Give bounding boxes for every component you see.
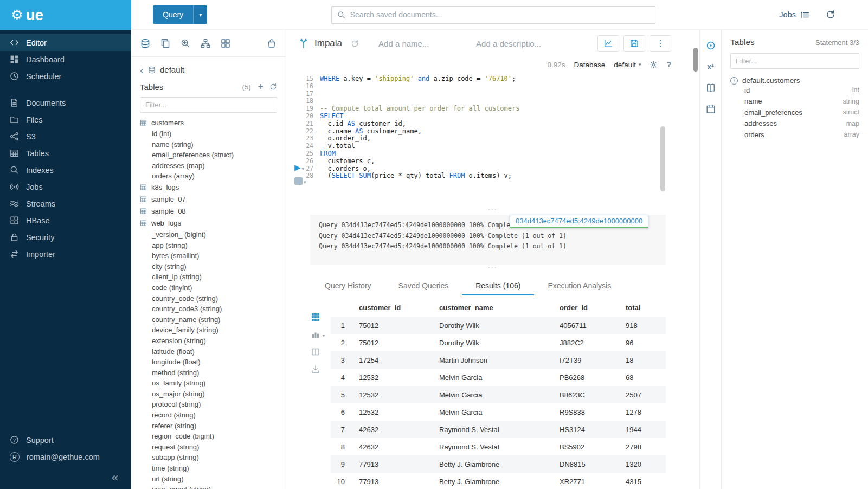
results-row[interactable]: 175012Dorothy Wilk4056711918 [331,317,666,334]
code-line[interactable]: 24 v.total [286,143,699,150]
help-icon[interactable]: ? [666,60,671,69]
tab-execution-analysis[interactable]: Execution Analysis [534,276,625,295]
assist-column[interactable]: name (string) [131,139,286,150]
assist-table[interactable]: k8s_logs [131,182,286,194]
assist-column[interactable]: region_code (bigint) [131,431,286,442]
sidebar-item-tables[interactable]: Tables [0,145,131,162]
code-line[interactable]: 18 [286,98,699,105]
refresh-icon[interactable] [269,83,277,91]
assist-column[interactable]: country_code3 (string) [131,304,286,314]
assist-table[interactable]: sample_08 [131,205,286,217]
documents-tab-icon[interactable] [160,38,170,48]
panel-column[interactable]: idint [730,85,859,96]
search-input[interactable] [350,10,650,19]
assist-column[interactable]: os_family (string) [131,378,286,389]
columns-view-icon[interactable] [311,348,320,356]
assist-column[interactable]: device_family (string) [131,325,286,336]
assist-filter-input[interactable] [140,97,277,113]
assist-column[interactable]: city (string) [131,261,286,272]
sidebar-item-indexes[interactable]: Indexes [0,162,131,178]
database-breadcrumb[interactable]: default [160,65,184,74]
editor-scrollbar[interactable] [660,126,665,191]
sidebar-item-dashboard[interactable]: Dashboard [0,51,131,68]
code-line[interactable]: 26 customers c, [286,158,699,165]
assist-column[interactable]: extension (string) [131,336,286,346]
assist-table[interactable]: sample_07 [131,194,286,205]
assist-column[interactable]: subapp (string) [131,452,286,463]
sidebar-item-security[interactable]: Security [0,229,131,246]
assist-column[interactable]: url (string) [131,474,286,485]
panel-column[interactable]: namestring [730,96,859,107]
jobs-link[interactable]: Jobs [779,10,809,20]
chart-button[interactable] [597,35,619,52]
assist-column[interactable]: orders (array) [131,171,286,182]
back-chevron-icon[interactable]: ‹ [140,64,144,75]
results-row[interactable]: 977913Betty J. GiambroneDN88151320 [331,455,666,473]
info-icon[interactable]: i [730,77,738,85]
sidebar-item-streams[interactable]: Streams [0,195,131,212]
assist-table[interactable]: web_logs [131,217,286,229]
assist-column[interactable]: referer (string) [131,421,286,432]
workflows-tab-icon[interactable] [201,38,210,48]
query-description-input[interactable] [476,39,557,48]
assist-column[interactable]: os_major (string) [131,389,286,400]
execute-button[interactable]: ▶▾ [294,163,306,171]
add-table-icon[interactable]: + [258,82,263,92]
query-dropdown-caret-icon[interactable]: ▾ [193,5,207,24]
code-line[interactable]: 23 o.order_id, [286,135,699,143]
assist-column[interactable]: bytes (smallint) [131,250,286,261]
assist-column[interactable]: client_ip (string) [131,272,286,282]
results-row[interactable]: 742632Raymond S. VestalHS31241944 [331,421,666,438]
code-line[interactable]: 19-- Compute total amount per order for … [286,105,699,113]
resize-handle[interactable]: ⋅⋅⋅ [286,208,699,214]
results-row[interactable]: 412532Melvin GarciaPB626868 [331,369,666,386]
assist-column[interactable]: longitude (float) [131,357,286,368]
panel-column[interactable]: email_preferencesstruct [730,107,859,118]
active-table-row[interactable]: i default.customers [730,76,859,85]
assist-column[interactable]: request (string) [131,442,286,453]
query-name-input[interactable] [378,39,471,48]
code-line[interactable]: 22 c.name AS customer_name, [286,128,699,136]
assist-column[interactable]: _version_ (bigint) [131,229,286,240]
results-row[interactable]: 612532Melvin GarciaR9S8381278 [331,403,666,421]
code-line[interactable]: 25FROM [286,150,699,158]
databases-tab-icon[interactable] [140,38,150,48]
assist-column[interactable]: method (string) [131,368,286,378]
pane-scrollbar[interactable] [693,48,698,72]
support-link[interactable]: ? Support [0,432,131,448]
basket-icon[interactable] [267,38,277,48]
search-assist-icon[interactable] [181,38,190,48]
assist-column[interactable]: user_agent (string) [131,484,286,489]
apps-tab-icon[interactable] [221,38,230,48]
results-row[interactable]: 275012Dorothy WilkJ882C296 [331,334,666,351]
assist-column[interactable]: country_code (string) [131,293,286,304]
schedule-icon[interactable] [706,104,716,114]
right-panel-filter-input[interactable] [730,53,859,69]
code-line[interactable]: 16 [286,83,699,91]
chart-view-icon[interactable]: ▾ [311,330,320,339]
assist-column[interactable]: email_preferences (struct) [131,150,286,160]
grid-view-icon[interactable] [311,313,320,321]
code-line[interactable]: 21 c.id AS customer_id, [286,120,699,128]
assist-column[interactable]: app (string) [131,240,286,251]
tab-query-history[interactable]: Query History [311,276,385,295]
assist-column[interactable]: latitude (float) [131,346,286,357]
assist-column[interactable]: record (string) [131,410,286,421]
more-button[interactable]: ⋮ [650,35,671,52]
assist-column[interactable]: addresses (map) [131,160,286,171]
results-row[interactable]: 1077913Betty J. GiambroneXR27714315 [331,473,666,489]
panel-column[interactable]: addressesmap [730,118,859,130]
sidebar-item-importer[interactable]: Importer [0,246,131,262]
code-line[interactable]: 17 [286,91,699,98]
user-menu[interactable]: R romain@gethue.com [0,448,131,465]
execute-caret-icon[interactable]: ▾ [302,166,305,171]
assist-column[interactable]: country_name (string) [131,314,286,325]
results-row[interactable]: 842632Raymond S. VestalBS59022798 [331,438,666,455]
statement-marker-icon[interactable]: ▾ [294,177,306,185]
hue-logo[interactable]: ⚙ ue [0,0,131,30]
tab-saved-queries[interactable]: Saved Queries [385,276,462,295]
results-row[interactable]: 317254Martin JohnsonI72T3918 [331,351,666,369]
code-line[interactable]: 15WHERE a.key = 'shipping' and a.zip_cod… [286,75,699,83]
language-reference-icon[interactable] [706,83,716,93]
results-row[interactable]: 512532Melvin GarciaB8623C2507 [331,386,666,403]
